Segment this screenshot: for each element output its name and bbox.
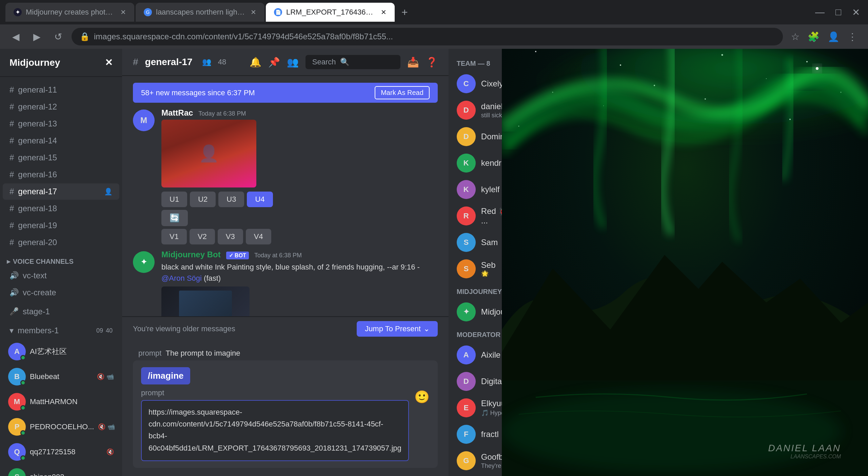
forward-button[interactable]: ▶ <box>29 28 45 45</box>
svg-point-1 <box>535 51 536 52</box>
chat-header: # general-17 👥 48 🔔 📌 👥 Search 🔍 📥 ❓ <box>122 49 449 76</box>
input-row: prompt https://images.squarespace-cdn.co… <box>141 389 430 461</box>
v2-button[interactable]: V2 <box>190 229 215 244</box>
channel-item-general-16[interactable]: # general-16 <box>3 166 119 183</box>
maximize-button[interactable]: □ <box>833 4 844 20</box>
avatar-shinen: S <box>8 468 26 476</box>
bookmark-button[interactable]: ☆ <box>788 28 802 45</box>
member-icons-pedro: 🔇 📹 <box>98 423 115 431</box>
v3-button[interactable]: V3 <box>218 229 243 244</box>
member-count-icon: 👥 <box>202 58 211 66</box>
search-icon: 🔍 <box>340 58 349 66</box>
channel-item-general-20[interactable]: # general-20 <box>3 234 119 251</box>
new-tab-button[interactable]: + <box>396 3 413 21</box>
member-item-mattharmon[interactable]: M MattHARMON <box>3 390 119 414</box>
extension-btn[interactable]: 🧩 <box>805 28 822 45</box>
header-actions: 🔔 📌 👥 Search 🔍 📥 ❓ <box>250 55 438 69</box>
member-item-shinen[interactable]: S shinen002 <box>3 465 119 476</box>
member-item-bluebeat[interactable]: B Bluebeat 🔇 📹 <box>3 364 119 389</box>
server-header[interactable]: Midjourney ✕ <box>0 49 122 77</box>
chat-input-wrapper: /imagine prompt https://images.squarespa… <box>133 360 438 468</box>
menu-btn[interactable]: ⋮ <box>845 28 860 45</box>
pin-button[interactable]: 📌 <box>268 57 280 68</box>
channel-name-stage-1: stage-1 <box>23 307 113 316</box>
channel-item-general-12[interactable]: # general-12 <box>3 99 119 115</box>
browser-window: ✦ Midjourney creates photorealis... ✕ G … <box>0 0 868 476</box>
channel-item-general-19[interactable]: # general-19 <box>3 217 119 234</box>
prompt-input-field[interactable]: https://images.squarespace-cdn.com/conte… <box>141 400 409 461</box>
u4-button[interactable]: U4 <box>247 192 273 207</box>
emoji-button[interactable]: 🙂 <box>414 389 430 404</box>
watermark: DANIEL LAAN LAANSCAPES.COM <box>768 443 841 460</box>
avatar-cixelyn: C <box>457 74 476 93</box>
jump-arrow-icon: ⌄ <box>423 324 430 333</box>
channel-item-general-13[interactable]: # general-13 <box>3 116 119 132</box>
viewing-older-bar: You're viewing older messages Jump To Pr… <box>122 316 449 341</box>
discord-app: ⊕ 🌟 5 💬 ✦ + <box>0 49 502 476</box>
member-name-ai-art: AI艺术社区 <box>30 346 114 357</box>
channel-item-general-18[interactable]: # general-18 <box>3 200 119 217</box>
browser-actions: ☆ 🧩 👤 ⋮ <box>788 28 860 45</box>
hash-icon: # <box>9 85 14 95</box>
member-item-qq[interactable]: Q qq271725158 🔇 <box>3 440 119 464</box>
member-item-ai-art[interactable]: A AI艺术社区 <box>3 339 119 364</box>
channel-item-vc-create[interactable]: 🔊 vc-create <box>3 284 119 301</box>
voice-channels-category[interactable]: ▸ VOICE CHANNELS <box>0 253 122 267</box>
channel-name-general-20: general-20 <box>18 238 113 247</box>
mark-as-read-button[interactable]: Mark As Read <box>375 86 430 99</box>
channel-item-general-11[interactable]: # general-11 <box>3 82 119 98</box>
tab-close-1[interactable]: ✕ <box>120 8 126 16</box>
channel-item-general-17[interactable]: # general-17 👤 <box>3 183 119 200</box>
member-item-pedro[interactable]: P PEDROCOELHO... 🔇 📹 <box>3 415 119 439</box>
channel-item-vc-text[interactable]: 🔊 vc-text <box>3 267 119 284</box>
back-button[interactable]: ◀ <box>8 28 24 45</box>
mute-icon: 🔇 <box>97 373 104 380</box>
u1-button[interactable]: U1 <box>161 192 187 207</box>
hash-icon: # <box>9 221 14 230</box>
northern-lights-image: DANIEL LAAN LAANSCAPES.COM <box>502 49 868 476</box>
member-icons-bluebeat: 🔇 📹 <box>97 373 114 380</box>
tab-close-2[interactable]: ✕ <box>251 8 256 16</box>
v1-button[interactable]: V1 <box>161 229 187 244</box>
channel-item-general-14[interactable]: # general-14 <box>3 133 119 149</box>
member-name-shinen: shinen002 <box>30 473 114 476</box>
jump-to-present-button[interactable]: Jump To Present ⌄ <box>357 321 438 337</box>
chat-main: # general-17 👥 48 🔔 📌 👥 Search 🔍 📥 ❓ <box>122 49 449 476</box>
mute-icon: 🔇 <box>106 448 114 456</box>
notification-button[interactable]: 🔔 <box>250 57 261 68</box>
search-input[interactable]: Search <box>312 58 336 66</box>
channel-name-general-19: general-19 <box>18 221 113 230</box>
chat-hash-icon: # <box>133 57 138 67</box>
refresh-button[interactable]: 🔄 <box>161 210 188 226</box>
status-online <box>20 355 26 360</box>
browser-tab-3[interactable]: 📄 LRM_EXPORT_17643678795693... ✕ <box>266 3 395 22</box>
profile-btn[interactable]: 👤 <box>825 28 842 45</box>
msg-header-mjbot: Midjourney Bot ✓ BOT Today at 6:38 PM <box>161 250 438 259</box>
help-button[interactable]: ❓ <box>426 57 438 68</box>
expand-icon: ▾ <box>9 326 14 335</box>
channel-item-members-1[interactable]: ▾ members-1 09 40 <box>3 322 119 339</box>
u3-button[interactable]: U3 <box>218 192 244 207</box>
msg-content-mjbot: Midjourney Bot ✓ BOT Today at 6:38 PM bl… <box>161 250 438 316</box>
minimize-button[interactable]: — <box>812 4 827 20</box>
avatar-kylelf: K <box>457 180 476 199</box>
members-button[interactable]: 👥 <box>287 57 299 68</box>
close-button[interactable]: ✕ <box>849 4 863 21</box>
tab-close-3[interactable]: ✕ <box>381 8 387 16</box>
search-box[interactable]: Search 🔍 <box>305 55 400 69</box>
u2-button[interactable]: U2 <box>190 192 216 207</box>
channel-name-general-18: general-18 <box>18 204 113 213</box>
v4-button[interactable]: V4 <box>246 229 271 244</box>
reload-button[interactable]: ↺ <box>50 28 66 45</box>
inbox-button[interactable]: 📥 <box>407 57 419 68</box>
browser-tab-2[interactable]: G laanscapes northern lights - Goo... ✕ <box>136 3 264 22</box>
address-bar[interactable]: 🔒 images.squarespace-cdn.com/content/v1/… <box>72 28 783 45</box>
hash-icon: # <box>9 136 14 145</box>
browser-tab-1[interactable]: ✦ Midjourney creates photorealis... ✕ <box>5 3 134 22</box>
favicon-1: ✦ <box>14 8 22 16</box>
avatar-qq: Q <box>8 443 26 461</box>
avatar-kendrick: K <box>457 154 476 173</box>
button-grid-v: V1 V2 V3 V4 <box>161 229 438 244</box>
channel-item-general-15[interactable]: # general-15 <box>3 150 119 166</box>
channel-item-stage-1[interactable]: 🎤 stage-1 <box>3 303 119 320</box>
